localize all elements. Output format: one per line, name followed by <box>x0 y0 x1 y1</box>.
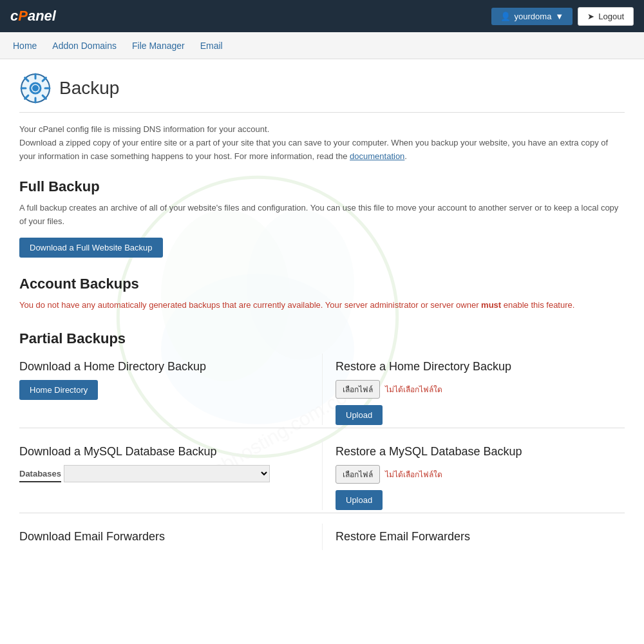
backup-gear-icon <box>19 72 52 104</box>
header-actions: 👤 yourdoma ▼ ➤ Logout <box>491 7 634 26</box>
user-menu-button[interactable]: 👤 yourdoma ▼ <box>491 8 573 25</box>
mysql-upload-button[interactable]: Upload <box>336 490 383 510</box>
email-fwd-download-col: Download Email Forwarders <box>19 524 322 550</box>
main-content: Nebhosting.com.co.th Backup Your cPanel … <box>0 59 644 581</box>
home-dir-file-button[interactable]: เลือกไฟล์ <box>336 380 380 399</box>
warning-text2: enable this feature. <box>504 300 575 310</box>
navigation: Home Addon Domains File Manager Email <box>0 32 644 59</box>
full-backup-desc: A full backup creates an archive of all … <box>19 202 625 229</box>
username-label: yourdoma <box>515 12 552 21</box>
databases-label: Databases <box>19 469 61 482</box>
mysql-restore-col: Restore a MySQL Database Backup เลือกไฟล… <box>322 439 625 510</box>
user-icon: 👤 <box>500 12 511 21</box>
home-dir-restore-col: Restore a Home Directory Backup เลือกไฟล… <box>322 354 625 425</box>
email-fwd-restore-title: Restore Email Forwarders <box>336 530 625 544</box>
mysql-download-col: Download a MySQL Database Backup Databas… <box>19 439 322 510</box>
home-dir-restore-title: Restore a Home Directory Backup <box>336 360 625 374</box>
home-dir-row: Download a Home Directory Backup Home Di… <box>19 354 625 425</box>
documentation-link[interactable]: documentation <box>350 151 404 161</box>
partial-backups-title: Partial Backups <box>19 330 625 347</box>
logout-icon: ➤ <box>587 12 594 21</box>
nav-addon-domains[interactable]: Addon Domains <box>52 32 117 59</box>
databases-select[interactable] <box>64 465 270 482</box>
full-backup-section: Full Backup A full backup creates an arc… <box>19 178 625 258</box>
account-backups-title: Account Backups <box>19 276 625 292</box>
home-directory-button[interactable]: Home Directory <box>19 380 98 400</box>
home-dir-download-title: Download a Home Directory Backup <box>19 360 309 374</box>
warning-must: must <box>481 300 501 310</box>
nav-home[interactable]: Home <box>13 32 37 59</box>
account-backups-warning: You do not have any automatically genera… <box>19 299 625 312</box>
nav-email[interactable]: Email <box>200 32 223 59</box>
full-backup-title: Full Backup <box>19 178 625 195</box>
chevron-down-icon: ▼ <box>555 12 564 21</box>
logout-label: Logout <box>598 12 624 21</box>
desc-line2: Download a zipped copy of your entire si… <box>19 138 608 161</box>
mysql-restore-title: Restore a MySQL Database Backup <box>336 445 625 459</box>
partial-backups-section: Partial Backups Download a Home Director… <box>19 330 625 550</box>
home-dir-download-col: Download a Home Directory Backup Home Di… <box>19 354 322 425</box>
mysql-file-button[interactable]: เลือกไฟล์ <box>336 465 380 484</box>
mysql-download-title: Download a MySQL Database Backup <box>19 445 309 459</box>
page-title-section: Backup <box>19 72 625 113</box>
warning-text1: You do not have any automatically genera… <box>19 300 478 310</box>
logout-button[interactable]: ➤ Logout <box>578 7 634 26</box>
mysql-file-row: เลือกไฟล์ ไม่ได้เลือกไฟล์ใด <box>336 465 625 484</box>
svg-point-15 <box>32 85 39 91</box>
desc-line1: Your cPanel config file is missing DNS i… <box>19 124 269 134</box>
email-fwd-download-title: Download Email Forwarders <box>19 530 309 544</box>
home-dir-upload-button[interactable]: Upload <box>336 405 383 425</box>
mysql-row: Download a MySQL Database Backup Databas… <box>19 428 625 510</box>
home-dir-file-row: เลือกไฟล์ ไม่ได้เลือกไฟล์ใด <box>336 380 625 399</box>
page-description: Your cPanel config file is missing DNS i… <box>19 123 625 163</box>
home-dir-file-label: ไม่ได้เลือกไฟล์ใด <box>385 383 442 395</box>
mysql-file-label: ไม่ได้เลือกไฟล์ใด <box>385 468 442 480</box>
email-fwd-restore-col: Restore Email Forwarders <box>322 524 625 550</box>
download-full-backup-button[interactable]: Download a Full Website Backup <box>19 238 163 258</box>
nav-file-manager[interactable]: File Manager <box>132 32 185 59</box>
email-forwarders-row: Download Email Forwarders Restore Email … <box>19 513 625 550</box>
cpanel-logo: cPanel <box>10 8 56 24</box>
account-backups-section: Account Backups You do not have any auto… <box>19 276 625 312</box>
header: cPanel 👤 yourdoma ▼ ➤ Logout <box>0 0 644 32</box>
desc-end: . <box>404 151 407 161</box>
page-title: Backup <box>59 78 119 99</box>
